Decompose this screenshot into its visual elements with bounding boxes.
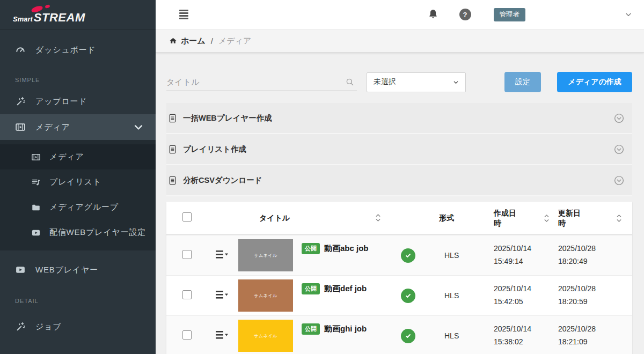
user-menu-chevron-icon[interactable] bbox=[625, 11, 632, 18]
media-thumbnail[interactable]: サムネイル bbox=[238, 279, 293, 312]
logo-area[interactable]: Smart STREAM bbox=[0, 0, 156, 30]
sidebar-item-web-player[interactable]: WEBプレイヤー bbox=[0, 257, 156, 283]
sidebar-item-dashboard[interactable]: ダッシュボード bbox=[0, 37, 156, 63]
sort-icon[interactable] bbox=[543, 214, 550, 223]
status-check-icon bbox=[401, 329, 415, 343]
logo-stream-text: STREAM bbox=[34, 11, 85, 25]
media-submenu: メディア プレイリスト メディアグループ 配信WEBプレイヤー設定 bbox=[0, 140, 156, 250]
chevron-down-circle-icon[interactable] bbox=[613, 113, 625, 124]
help-icon[interactable]: ? bbox=[459, 9, 471, 20]
sidebar-subitem-media-group[interactable]: メディアグループ bbox=[0, 195, 156, 220]
topbar-right: ? 管理者 bbox=[427, 8, 633, 21]
logo-smart-text: Smart bbox=[13, 15, 33, 23]
media-thumbnail[interactable]: サムネイル bbox=[238, 239, 293, 271]
play-box-icon bbox=[15, 264, 26, 275]
sort-icon[interactable] bbox=[616, 214, 623, 223]
search-icon[interactable] bbox=[345, 77, 355, 87]
created-datetime: 2025/10/1415:42:05 bbox=[479, 283, 550, 308]
sidebar-subitem-media[interactable]: メディア bbox=[0, 144, 156, 169]
column-header-title: タイトル bbox=[259, 213, 290, 223]
home-icon bbox=[169, 36, 178, 46]
document-icon bbox=[167, 113, 178, 123]
chevron-down-circle-icon[interactable] bbox=[613, 175, 625, 186]
film-icon bbox=[15, 122, 26, 132]
document-icon bbox=[167, 144, 178, 154]
created-datetime: 2025/10/1415:38:02 bbox=[479, 323, 550, 349]
column-header-created: 作成日時 bbox=[494, 208, 522, 228]
sidebar-toggle-button[interactable] bbox=[179, 10, 188, 19]
publish-status-badge: 公開 bbox=[302, 243, 320, 254]
row-checkbox[interactable] bbox=[182, 250, 192, 259]
sidebar-item-media-parent[interactable]: メディア bbox=[0, 114, 156, 140]
filter-select-value: 未選択 bbox=[374, 77, 396, 87]
media-title[interactable]: 動画abc job bbox=[324, 244, 369, 254]
breadcrumb: ホーム / メディア bbox=[156, 30, 644, 53]
chevron-down-circle-icon[interactable] bbox=[613, 144, 625, 155]
row-actions-menu-icon[interactable] bbox=[216, 330, 229, 340]
row-checkbox[interactable] bbox=[182, 290, 192, 299]
media-table: タイトル 形式 作成日時 更新日時 bbox=[166, 202, 632, 354]
accordion-list: 一括WEBプレイヤー作成 プレイリスト作成 分析CSVダウンロード bbox=[166, 103, 632, 196]
magic-wand-icon bbox=[15, 321, 26, 332]
sort-icon[interactable] bbox=[375, 213, 382, 222]
breadcrumb-home[interactable]: ホーム bbox=[181, 36, 206, 46]
publish-status-badge: 公開 bbox=[302, 323, 320, 335]
sidebar-subitem-label: プレイリスト bbox=[49, 177, 101, 187]
media-format: HLS bbox=[431, 251, 479, 260]
accordion-playlist-create[interactable]: プレイリスト作成 bbox=[166, 134, 632, 165]
row-actions-menu-icon[interactable] bbox=[216, 290, 229, 299]
sidebar-subitem-label: メディアグループ bbox=[49, 202, 119, 212]
breadcrumb-separator: / bbox=[211, 36, 213, 46]
sidebar-item-label: ダッシュボード bbox=[35, 45, 96, 55]
status-check-icon bbox=[401, 248, 415, 263]
search-input[interactable] bbox=[166, 77, 345, 86]
chevron-down-icon bbox=[453, 79, 459, 85]
updated-datetime: 2025/10/2818:20:59 bbox=[550, 283, 623, 308]
create-media-button[interactable]: メディアの作成 bbox=[557, 72, 632, 92]
film-icon bbox=[31, 152, 41, 162]
column-header-format: 形式 bbox=[439, 213, 454, 222]
sidebar-subitem-playlist[interactable]: プレイリスト bbox=[0, 169, 156, 195]
accordion-label: プレイリスト作成 bbox=[183, 144, 246, 154]
table-row: サムネイル 公開 動画abc job HLS 2025/10/1415:49:1… bbox=[166, 235, 632, 275]
accordion-bulk-webplayer[interactable]: 一括WEBプレイヤー作成 bbox=[166, 103, 632, 134]
media-thumbnail[interactable]: サムネイル bbox=[238, 320, 293, 352]
updated-datetime: 2025/10/2818:20:49 bbox=[550, 242, 623, 268]
smart-stream-logo: Smart STREAM bbox=[13, 11, 85, 25]
publish-status-badge: 公開 bbox=[302, 283, 320, 294]
sidebar-section-simple: SIMPLE bbox=[0, 63, 156, 88]
media-title[interactable]: 動画def job bbox=[324, 284, 367, 294]
column-header-updated: 更新日時 bbox=[558, 208, 586, 228]
gauge-icon bbox=[15, 45, 26, 55]
sidebar: Smart STREAM ダッシュボード SIMPLE アップロード メディア … bbox=[0, 0, 156, 354]
document-icon bbox=[167, 175, 178, 186]
row-actions-menu-icon[interactable] bbox=[216, 250, 229, 259]
app-window: Smart STREAM ダッシュボード SIMPLE アップロード メディア … bbox=[0, 0, 644, 354]
settings-button[interactable]: 設定 bbox=[504, 72, 541, 92]
magic-wand-icon bbox=[15, 96, 26, 107]
filter-select[interactable]: 未選択 bbox=[367, 72, 466, 92]
row-checkbox[interactable] bbox=[182, 330, 192, 340]
sidebar-subitem-delivery-player-settings[interactable]: 配信WEBプレイヤー設定 bbox=[0, 220, 156, 245]
select-all-checkbox[interactable] bbox=[182, 212, 192, 222]
accordion-analytics-csv[interactable]: 分析CSVダウンロード bbox=[166, 165, 632, 196]
search-field-wrap bbox=[166, 73, 357, 91]
status-check-icon bbox=[401, 289, 415, 303]
folder-icon bbox=[31, 203, 41, 212]
media-format: HLS bbox=[431, 291, 479, 300]
play-box-icon bbox=[31, 228, 41, 238]
media-title[interactable]: 動画ghi job bbox=[324, 324, 367, 334]
sidebar-item-upload[interactable]: アップロード bbox=[0, 88, 156, 114]
updated-datetime: 2025/10/2818:21:09 bbox=[550, 323, 623, 349]
page-content: 未選択 設定 メディアの作成 一括WEBプレイヤー作成 プレイリスト作成 bbox=[156, 53, 644, 354]
breadcrumb-current: メディア bbox=[218, 36, 251, 46]
sidebar-item-job[interactable]: ジョブ bbox=[0, 314, 156, 340]
accordion-label: 分析CSVダウンロード bbox=[183, 175, 262, 186]
table-row: サムネイル 公開 動画def job HLS 2025/10/1415:42:0… bbox=[166, 275, 632, 315]
main-area: ? 管理者 ホーム / メディア 未選択 設定 メデ bbox=[156, 0, 644, 354]
playlist-music-icon bbox=[31, 178, 41, 187]
sidebar-section-detail: DETAIL bbox=[0, 283, 156, 309]
table-row: サムネイル 公開 動画ghi job HLS 2025/10/1415:38:0… bbox=[166, 315, 632, 354]
bell-icon[interactable] bbox=[427, 9, 439, 20]
sidebar-item-label: WEBプレイヤー bbox=[35, 265, 98, 275]
